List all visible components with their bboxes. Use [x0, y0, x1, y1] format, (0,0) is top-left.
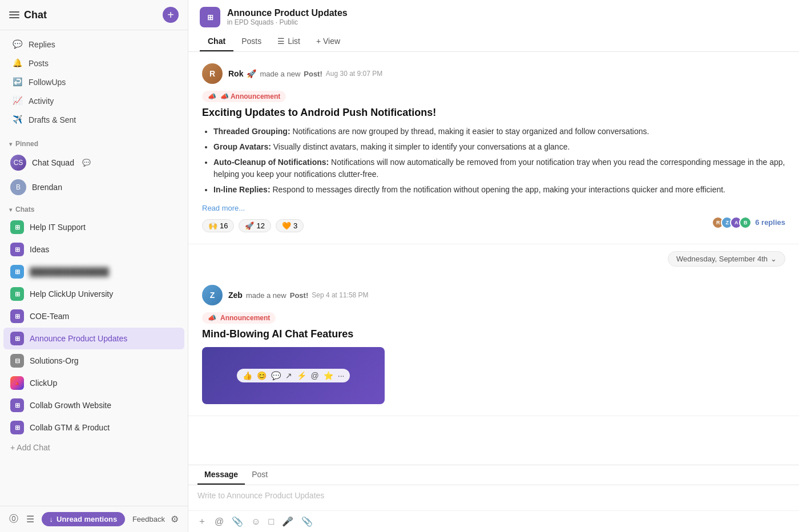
bullet-1-1: Threaded Grouping: Notifications are now…: [213, 126, 785, 138]
sidebar-item-announce-product-updates[interactable]: ⊞ Announce Product Updates: [3, 328, 184, 349]
hamburger-icon[interactable]: [9, 11, 19, 18]
reply-count-1[interactable]: 6 replies: [755, 218, 785, 227]
post-title-1: Exciting Updates to Android Push Notific…: [202, 107, 785, 119]
post-title-2: Mind-Blowing AI Chat Features: [202, 328, 785, 340]
followups-icon: ↩️: [13, 77, 23, 87]
avatar-rok: R: [202, 63, 223, 84]
username-rok: Rok: [228, 69, 243, 78]
reaction-1-2[interactable]: 🚀 12: [239, 219, 271, 232]
username-zeb: Zeb: [228, 291, 243, 300]
clip-icon[interactable]: 📎: [232, 516, 243, 527]
sidebar-item-drafts[interactable]: ✈️ Drafts & Sent: [3, 111, 184, 129]
post-label-zeb[interactable]: Post!: [290, 291, 309, 300]
feedback-button[interactable]: Feedback: [132, 515, 165, 523]
action-rok: made a new: [260, 70, 300, 78]
sidebar-item-followups[interactable]: ↩️ FollowUps: [3, 73, 184, 91]
tab-chat[interactable]: Chat: [200, 32, 233, 51]
sidebar-item-solutions-org[interactable]: ⊟ Solutions-Org: [3, 350, 184, 372]
reaction-1-1[interactable]: 🙌 16: [202, 219, 234, 232]
sidebar: Chat + 💬 Replies 🔔 Posts ↩️ FollowUps 📈 …: [0, 0, 188, 532]
star-icon[interactable]: ⭐: [324, 371, 333, 380]
emoji-icon[interactable]: 😊: [257, 371, 267, 380]
sidebar-item-ideas[interactable]: ⊞ Ideas: [3, 239, 184, 260]
bolt-icon[interactable]: ⚡: [297, 371, 306, 380]
brendan-avatar: B: [10, 179, 26, 195]
chat-squad-avatar: CS: [10, 155, 26, 171]
date-pill[interactable]: Wednesday, September 4th ⌄: [668, 251, 785, 267]
sidebar-item-help-it-support[interactable]: ⊞ Help IT Support: [3, 216, 184, 238]
help-icon[interactable]: ⓪: [9, 513, 18, 525]
sidebar-item-posts[interactable]: 🔔 Posts: [3, 54, 184, 72]
input-toolbar: ＋ @ 📎 ☺ □ 🎤 📎: [188, 510, 799, 532]
help-it-support-avatar: ⊞: [10, 220, 24, 234]
like-icon[interactable]: 👍: [243, 371, 252, 380]
sidebar-item-blurred[interactable]: ⊞ ██████████████: [3, 261, 184, 283]
announcement-icon-1: 📣: [208, 92, 216, 100]
help-clickup-university-avatar: ⊞: [10, 287, 24, 301]
mention-icon[interactable]: @: [215, 517, 224, 527]
share-icon[interactable]: ↗: [285, 371, 292, 380]
avatar-zeb: Z: [202, 285, 223, 305]
chats-section[interactable]: ▾ Chats: [0, 200, 188, 216]
video-icon[interactable]: □: [269, 517, 275, 527]
date-chevron-icon: ⌄: [770, 255, 777, 263]
add-chat-item[interactable]: + Add Chat: [3, 439, 184, 456]
read-more-1[interactable]: Read more...: [202, 204, 245, 212]
message-block-1: R Rok 🚀 made a new Post! Aug 30 at 9:07 …: [188, 52, 799, 244]
sidebar-item-brendan[interactable]: B Brendan: [3, 175, 184, 199]
tab-view[interactable]: + View: [308, 32, 348, 51]
sidebar-item-replies[interactable]: 💬 Replies: [3, 35, 184, 54]
date-divider: Wednesday, September 4th ⌄: [188, 244, 799, 273]
input-tab-post[interactable]: Post: [245, 465, 275, 485]
announcement-icon-2: 📣: [208, 314, 216, 322]
reply-icon: 💬: [13, 39, 23, 50]
announcement-badge-1: 📣📣 Announcement: [202, 91, 785, 107]
comment-icon[interactable]: 💬: [271, 371, 281, 380]
bullet-1-2: Group Avatars: Visually distinct avatars…: [213, 141, 785, 153]
reaction-1-3[interactable]: 🧡 3: [276, 219, 304, 232]
bullet-1-3: Auto-Cleanup of Notifications: Notificat…: [213, 156, 785, 180]
message-header-1: R Rok 🚀 made a new Post! Aug 30 at 9:07 …: [202, 63, 785, 84]
unread-mentions-button[interactable]: ↓ Unread mentions: [42, 512, 126, 526]
at-icon[interactable]: @: [311, 371, 319, 380]
sidebar-item-chat-squad[interactable]: CS Chat Squad 💬: [3, 151, 184, 175]
chat-title: Chat: [24, 9, 47, 21]
channel-name: Announce Product Updates: [227, 8, 348, 18]
tab-list[interactable]: ☰ List: [269, 32, 308, 51]
footer-icons: ⓪ ☰: [9, 513, 34, 525]
message-header-2: Z Zeb made a new Post! Sep 4 at 11:58 PM: [202, 285, 785, 305]
sidebar-item-collab-growth-website[interactable]: ⊞ Collab Growth Website: [3, 394, 184, 416]
add-attachment-icon[interactable]: ＋: [197, 515, 207, 527]
sidebar-item-activity[interactable]: 📈 Activity: [3, 92, 184, 110]
reactions-row-1: 🙌 16 🚀 12 🧡 3 R Z A B 6 replies: [202, 212, 785, 232]
action-zeb: made a new: [246, 291, 286, 300]
sidebar-chat-list: ⊞ Help IT Support ⊞ Ideas ⊞ ████████████…: [0, 216, 188, 506]
sidebar-item-coe-team[interactable]: ⊞ COE-Team: [3, 305, 184, 327]
unread-arrow-icon: ↓: [50, 515, 54, 523]
sidebar-item-help-clickup-university[interactable]: ⊞ Help ClickUp University: [3, 283, 184, 305]
channel-title-row: ⊞ Announce Product Updates in EPD Squads…: [200, 7, 788, 27]
smiley-icon[interactable]: ☺: [251, 517, 260, 527]
tab-posts[interactable]: Posts: [233, 32, 269, 51]
announce-product-updates-avatar: ⊞: [10, 332, 24, 345]
add-chat-button[interactable]: +: [163, 7, 179, 23]
message-input[interactable]: Write to Announce Product Updates: [188, 485, 799, 510]
more-icon[interactable]: ···: [338, 371, 345, 380]
announcement-badge-2: 📣Announcement: [202, 312, 785, 328]
sidebar-item-clickup[interactable]: 🔺 ClickUp: [3, 372, 184, 394]
message-meta-2: Zeb made a new Post! Sep 4 at 11:58 PM: [228, 291, 369, 300]
posts-icon: 🔔: [13, 58, 23, 68]
attachment-icon[interactable]: 📎: [301, 516, 313, 527]
pinned-section[interactable]: ▾ Pinned: [0, 134, 188, 150]
list-icon[interactable]: ☰: [26, 514, 34, 525]
pinned-arrow: ▾: [9, 141, 12, 147]
time-rok: Aug 30 at 9:07 PM: [326, 70, 382, 78]
chats-arrow: ▾: [9, 207, 12, 213]
messages-area: R Rok 🚀 made a new Post! Aug 30 at 9:07 …: [188, 52, 799, 465]
settings-icon[interactable]: ⚙: [171, 514, 179, 525]
post-label-rok[interactable]: Post!: [304, 70, 322, 78]
main-panel: ⊞ Announce Product Updates in EPD Squads…: [188, 0, 799, 532]
mic-icon[interactable]: 🎤: [282, 516, 293, 527]
input-tab-message[interactable]: Message: [197, 465, 245, 485]
sidebar-item-collab-gtm-product[interactable]: ⊞ Collab GTM & Product: [3, 417, 184, 438]
